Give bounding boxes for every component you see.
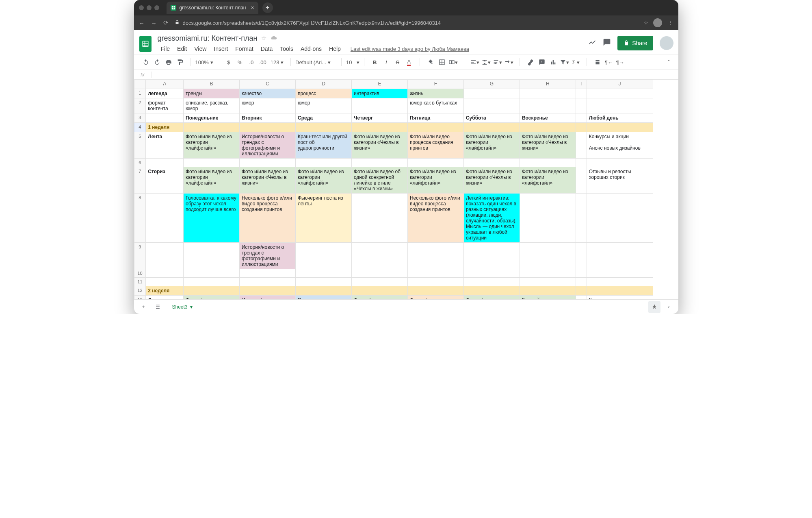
cell[interactable]: Любой день xyxy=(587,113,653,123)
cell[interactable] xyxy=(576,296,587,300)
undo-icon[interactable] xyxy=(141,57,151,67)
sheets-logo[interactable] xyxy=(137,33,154,54)
cell[interactable] xyxy=(587,278,653,286)
cell[interactable]: Фото и/или видео процесса создания принт… xyxy=(407,296,463,300)
cell[interactable]: Фото и/или видео из категории «Чехлы в ж… xyxy=(463,167,520,194)
profile-avatar-icon[interactable] xyxy=(653,18,662,27)
cell[interactable] xyxy=(587,269,653,278)
cell[interactable] xyxy=(463,159,520,167)
rtl-icon[interactable]: ¶← xyxy=(604,57,614,67)
cell[interactable] xyxy=(463,98,520,113)
cell[interactable] xyxy=(576,98,587,113)
column-header[interactable]: E xyxy=(351,80,407,89)
functions-icon[interactable]: Σ ▾ xyxy=(571,57,581,67)
cell[interactable] xyxy=(463,286,520,296)
spreadsheet-grid[interactable]: ABCDEFGHIJ 1легендатрендыкачествопроцесс… xyxy=(134,80,678,299)
cell[interactable]: Фьючеринг поста из ленты xyxy=(295,194,351,243)
cell[interactable] xyxy=(351,278,407,286)
cell[interactable] xyxy=(520,159,576,167)
cell[interactable] xyxy=(587,194,653,243)
column-header[interactable]: D xyxy=(295,80,351,89)
column-header[interactable]: B xyxy=(184,80,240,89)
menu-file[interactable]: File xyxy=(158,44,173,54)
cell[interactable] xyxy=(587,159,653,167)
star-icon[interactable]: ☆ xyxy=(261,35,266,42)
cell[interactable]: Лента xyxy=(146,296,184,300)
bookmark-star-icon[interactable]: ☆ xyxy=(644,20,648,26)
cell[interactable] xyxy=(520,243,576,269)
cell[interactable]: Фото и/или видео из категории «Чехлы в ж… xyxy=(351,296,407,300)
cell[interactable] xyxy=(576,243,587,269)
cell[interactable] xyxy=(463,243,520,269)
sheet-tab[interactable]: Sheet3 ▾ xyxy=(167,301,198,313)
new-tab-button[interactable]: + xyxy=(262,2,273,13)
menu-format[interactable]: Format xyxy=(232,44,256,54)
column-header[interactable]: H xyxy=(520,80,576,89)
cell[interactable]: Фото и/или видео из категории «лайфстайл… xyxy=(463,132,520,159)
merge-cells-icon[interactable]: ▾ xyxy=(448,57,459,67)
cell[interactable] xyxy=(576,123,587,132)
column-header[interactable] xyxy=(134,80,146,89)
cell[interactable] xyxy=(463,89,520,98)
all-sheets-icon[interactable]: ☰ xyxy=(152,301,164,313)
cell[interactable] xyxy=(576,194,587,243)
cell[interactable]: Конкурсы и акции Анонс новых дизайнов xyxy=(587,296,653,300)
cell[interactable] xyxy=(239,278,295,286)
column-header[interactable]: A xyxy=(146,80,184,89)
cell[interactable] xyxy=(520,123,576,132)
column-header[interactable]: C xyxy=(239,80,295,89)
cell[interactable]: Отзывы и репосты хороших сториз xyxy=(587,167,653,194)
decrease-decimal-icon[interactable]: .0 xyxy=(246,57,257,67)
row-header[interactable]: 10 xyxy=(134,269,146,278)
back-icon[interactable]: ← xyxy=(138,20,145,26)
forward-icon[interactable]: → xyxy=(150,20,158,26)
menu-insert[interactable]: Insert xyxy=(210,44,231,54)
cell[interactable] xyxy=(463,278,520,286)
italic-icon[interactable]: I xyxy=(381,57,392,67)
cell[interactable] xyxy=(351,159,407,167)
menu-data[interactable]: Data xyxy=(258,44,276,54)
cell[interactable] xyxy=(407,159,463,167)
add-sheet-icon[interactable]: ＋ xyxy=(137,301,149,313)
menu-tools[interactable]: Tools xyxy=(277,44,297,54)
zoom-dropdown[interactable]: 100% ▾ xyxy=(194,59,215,66)
menu-help[interactable]: Help xyxy=(326,44,344,54)
rotate-icon[interactable]: ▾ xyxy=(504,57,514,67)
cell[interactable] xyxy=(407,278,463,286)
row-header[interactable]: 2 xyxy=(134,98,146,113)
cell[interactable] xyxy=(239,286,295,296)
share-button[interactable]: Share xyxy=(617,36,653,50)
move-icon[interactable] xyxy=(271,35,277,42)
cell[interactable] xyxy=(295,286,351,296)
cell[interactable]: Краш-тест или другой пост об ударопрочно… xyxy=(295,132,351,159)
cell[interactable] xyxy=(463,269,520,278)
cell[interactable] xyxy=(576,113,587,123)
cell[interactable]: 1 неделя xyxy=(146,123,184,132)
cell[interactable] xyxy=(146,278,184,286)
cell[interactable] xyxy=(407,286,463,296)
cell[interactable] xyxy=(520,194,576,243)
cell[interactable]: Фото и/или видео процесса создания принт… xyxy=(407,132,463,159)
cell[interactable] xyxy=(576,159,587,167)
cell[interactable]: Конкурсы и акции Анонс новых дизайнов xyxy=(587,132,653,159)
cell[interactable] xyxy=(146,159,184,167)
cell[interactable]: Фото и/или видео из категории «лайфстайл… xyxy=(295,167,351,194)
cell[interactable]: Суббота xyxy=(463,113,520,123)
row-header[interactable]: 5 xyxy=(134,132,146,159)
cell[interactable] xyxy=(351,123,407,132)
insert-comment-icon[interactable] xyxy=(537,57,547,67)
cell[interactable] xyxy=(587,243,653,269)
currency-icon[interactable]: $ xyxy=(223,57,234,67)
text-color-icon[interactable]: A xyxy=(404,57,414,67)
cell[interactable] xyxy=(239,159,295,167)
menu-addons[interactable]: Add-ons xyxy=(297,44,325,54)
cell[interactable]: Пятница xyxy=(407,113,463,123)
input-tools-icon[interactable] xyxy=(592,57,603,67)
browser-menu-icon[interactable]: ⋮ xyxy=(667,20,674,26)
cell[interactable] xyxy=(351,243,407,269)
fill-color-icon[interactable] xyxy=(425,57,436,67)
cell[interactable]: 2 неделя xyxy=(146,286,184,296)
cell[interactable]: Несколько фото и/или видео процесса созд… xyxy=(239,194,295,243)
cell[interactable] xyxy=(146,194,184,243)
font-size-dropdown[interactable]: 10 ▾ xyxy=(344,59,361,66)
